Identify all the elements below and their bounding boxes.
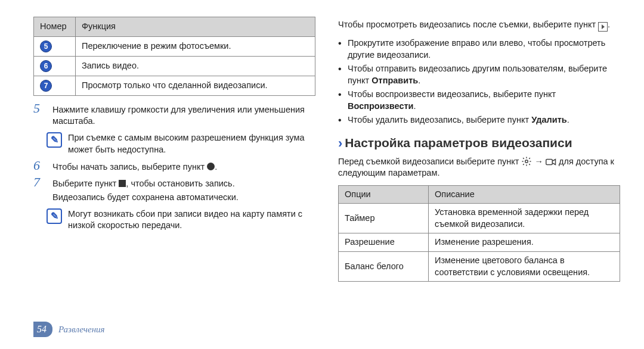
bold-label: Воспроизвести (348, 101, 413, 111)
text-fragment: . (215, 162, 217, 172)
text-fragment: Чтобы начать запись, выберите пункт (52, 162, 207, 172)
right-column: Чтобы просмотреть видеозапись после съем… (338, 17, 620, 317)
list-item: Чтобы воспроизвести видеозапись, выберит… (338, 89, 620, 112)
note-icon: ✎ (47, 132, 62, 148)
step-number: 5 (33, 102, 47, 127)
svg-rect-1 (546, 159, 553, 164)
record-icon (207, 163, 215, 170)
text-fragment: Перед съемкой видеозаписи выберите пункт (338, 157, 521, 166)
number-badge: 5 (40, 40, 52, 52)
text-fragment: . (567, 115, 569, 124)
table-cell: Разрешение (339, 233, 429, 252)
bold-label: Удалить (531, 115, 567, 124)
footer-section-name: Развлечения (58, 323, 105, 335)
two-columns: Номер Функция 5 Переключение в режим фот… (33, 17, 620, 317)
number-badge: 7 (40, 80, 52, 92)
text-fragment: . (418, 76, 420, 85)
text-fragment: Чтобы удалить видеозапись, выберите пунк… (348, 115, 531, 124)
table-cell: Просмотр только что сделанной видеозапис… (76, 76, 315, 95)
table-row: Баланс белого Изменение цветового баланс… (339, 252, 620, 282)
note-text: Могут возникать сбои при записи видео на… (68, 208, 315, 232)
step-text: Выберите пункт , чтобы остановить запись… (52, 177, 239, 204)
table-header-option: Опции (339, 185, 429, 204)
section-title: Настройка параметров видеозаписи (345, 136, 572, 149)
note-icon: ✎ (47, 208, 62, 224)
text-fragment: Чтобы воспроизвести видеозапись, выберит… (348, 89, 556, 99)
chevron-right-icon: › (338, 136, 342, 151)
table-cell: Изменение цветового баланса в соответств… (429, 252, 620, 282)
text-fragment: Чтобы просмотреть видеозапись после съем… (338, 20, 598, 29)
table-row: 6 Запись видео. (34, 56, 315, 76)
left-column: Номер Функция 5 Переключение в режим фот… (33, 17, 315, 317)
video-camera-icon (546, 158, 556, 166)
number-badge: 6 (40, 60, 52, 72)
stop-icon (119, 180, 126, 187)
bold-label: Отправить (371, 76, 418, 85)
table-row: 7 Просмотр только что сделанной видеозап… (34, 76, 315, 95)
table-header-description: Описание (429, 185, 620, 204)
step-number: 7 (33, 176, 47, 204)
step-text: Чтобы начать запись, выберите пункт . (52, 160, 217, 173)
list-item: Чтобы отправить видеозапись другим польз… (338, 63, 620, 86)
table-row: Разрешение Изменение разрешения. (339, 233, 620, 252)
table-cell: Переключение в режим фотосъемки. (76, 36, 315, 56)
svg-point-0 (525, 160, 528, 163)
step-number: 6 (33, 159, 47, 173)
options-table: Опции Описание Таймер Установка временно… (338, 185, 620, 282)
step-text: Нажмите клавишу громкости для увеличения… (52, 103, 315, 127)
table-header-function: Функция (76, 17, 315, 37)
page-number: 54 (33, 322, 52, 337)
bullet-list: Прокрутите изображение вправо или влево,… (338, 38, 620, 126)
list-item: Прокрутите изображение вправо или влево,… (338, 38, 620, 61)
text-fragment: Прокрутите изображение вправо или влево,… (348, 38, 605, 60)
note-block: ✎ Могут возникать сбои при записи видео … (47, 208, 315, 232)
table-row: Таймер Установка временной задержки пере… (339, 204, 620, 233)
table-cell: Запись видео. (76, 56, 315, 76)
table-row: 5 Переключение в режим фотосъемки. (34, 36, 315, 56)
list-item: Чтобы удалить видеозапись, выберите пунк… (338, 114, 620, 126)
table-cell: Баланс белого (339, 252, 429, 282)
play-icon (598, 22, 608, 32)
section-heading: ›Настройка параметров видеозаписи (338, 135, 620, 152)
text-fragment: → (532, 157, 546, 166)
number-function-table: Номер Функция 5 Переключение в режим фот… (33, 17, 315, 96)
text-line: Видеозапись будет сохранена автоматическ… (52, 192, 239, 204)
table-cell: Изменение разрешения. (429, 233, 620, 252)
page-footer: 54 Развлечения (33, 322, 620, 337)
step-5: 5 Нажмите клавишу громкости для увеличен… (33, 103, 315, 127)
text-fragment: Выберите пункт (52, 179, 119, 188)
table-cell: Таймер (339, 204, 429, 233)
gear-icon (521, 156, 532, 167)
table-cell: Установка временной задержки перед съемк… (429, 204, 620, 233)
step-6: 6 Чтобы начать запись, выберите пункт . (33, 160, 315, 173)
text-fragment: , чтобы остановить запись. (126, 179, 234, 188)
note-block: ✎ При съемке с самым высоким разрешением… (47, 132, 315, 155)
text-fragment: . (608, 20, 610, 29)
table-header-number: Номер (34, 17, 76, 37)
step-7: 7 Выберите пункт , чтобы остановить запи… (33, 177, 315, 204)
text-fragment: . (413, 101, 416, 111)
section-paragraph: Перед съемкой видеозаписи выберите пункт… (338, 156, 620, 179)
note-text: При съемке с самым высоким разрешением ф… (68, 132, 315, 155)
page-root: Номер Функция 5 Переключение в режим фот… (0, 0, 644, 349)
intro-paragraph: Чтобы просмотреть видеозапись после съем… (338, 19, 620, 32)
